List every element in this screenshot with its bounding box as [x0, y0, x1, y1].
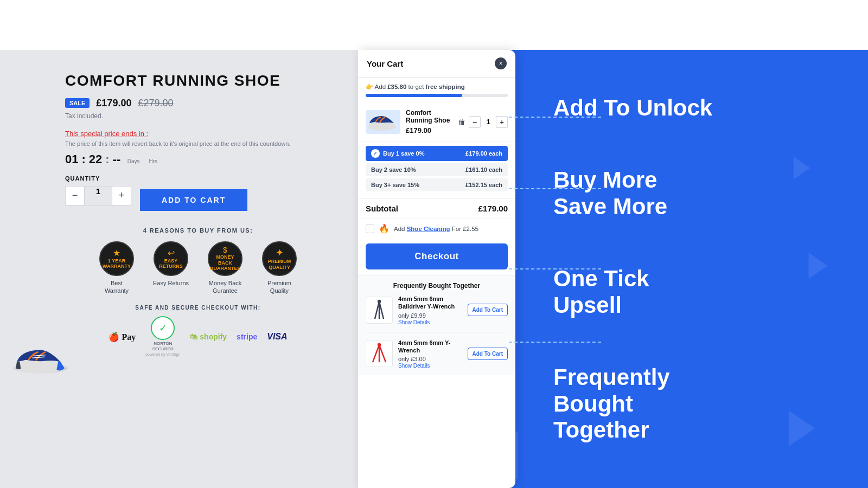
subtotal-value: £179.00 — [478, 204, 508, 213]
fbt-item-2-add-button[interactable]: Add To Cart — [468, 348, 508, 360]
reasons-section: 4 REASONS TO BUY FROM US: ★ 1 YEARWARRAN… — [65, 227, 331, 295]
cart-item-qty-value: 1 — [484, 118, 493, 126]
tier-2-label: Buy 2 save 10% — [371, 166, 416, 173]
tier-3-price: £152.15 each — [465, 182, 502, 188]
upsell-fire-icon: 🔥 — [379, 223, 390, 234]
cart-item-image — [366, 110, 400, 134]
qty-plus-button[interactable]: + — [112, 186, 131, 206]
upsell-text-pre: Add — [394, 226, 407, 232]
secure-title: SAFE AND SECURE CHECKOUT WITH: — [65, 305, 331, 311]
cart-item: Comfort Running Shoe £179.00 🗑 − 1 + — [358, 102, 515, 142]
original-price: £279.00 — [138, 98, 173, 109]
reasons-title: 4 REASONS TO BUY FROM US: — [65, 227, 331, 234]
cart-item-qty-plus[interactable]: + — [496, 116, 508, 128]
reason-warranty-circle: ★ 1 YEARWARRANTY — [99, 241, 134, 276]
header-bar — [0, 0, 868, 50]
cart-item-price: £179.00 — [406, 126, 452, 134]
timer-colon: : — [81, 152, 85, 166]
upsell-row: 🔥 Add Shoe Cleaning For £2.55 — [358, 219, 515, 238]
fbt-item-1-image — [366, 297, 393, 324]
reason-returns-circle: ↩ EASYRETURNS — [154, 241, 188, 276]
checkout-button[interactable]: Checkout — [366, 243, 508, 269]
sale-badge: SALE — [65, 98, 90, 108]
tier-row-1[interactable]: ✓ Buy 1 save 0% £179.00 each — [366, 146, 508, 161]
svg-line-3 — [375, 301, 379, 319]
shipping-amount: £35.80 — [387, 84, 406, 90]
fbt-title: Frequently Bought Together — [366, 282, 508, 290]
cart-item-controls: 🗑 − 1 + — [458, 116, 508, 128]
shipping-progress-bar-bg — [366, 94, 508, 97]
special-price-link[interactable]: This special price ends in : — [65, 130, 331, 138]
shopify-logo: 🛍 shopify — [190, 332, 227, 341]
shipping-message: 👉 Add £35.80 to get free shipping — [366, 83, 508, 91]
cart-title: Your Cart — [367, 59, 403, 68]
timer-days-label: Days — [127, 158, 140, 164]
annotation-one-tick: One TickUpsell — [553, 266, 835, 318]
annotation-fbt: FrequentlyBoughtTogether — [553, 364, 835, 443]
timer-minutes: 22 — [89, 152, 102, 166]
upsell-item-link[interactable]: Shoe Cleaning — [407, 226, 450, 232]
tier-row-2[interactable]: Buy 2 save 10% £161.10 each — [366, 163, 508, 176]
fbt-item-2-link[interactable]: Show Details — [398, 363, 430, 369]
norton-text: NORTONSECUREDpowered by VeriSign — [145, 341, 180, 358]
reason-money-back-label: Money BackGurantee — [209, 279, 242, 295]
payment-logos: 🍎 Pay ✓ NORTONSECUREDpowered by VeriSign… — [65, 316, 331, 358]
cart-close-button[interactable]: × — [495, 57, 507, 69]
shoe-image — [11, 339, 71, 380]
connector-3 — [509, 268, 601, 269]
fbt-item-1-name: 4mm 5mm 6mm Balldriver Y-Wrench — [398, 295, 462, 311]
buy-more-section: ✓ Buy 1 save 0% £179.00 each Buy 2 save … — [358, 142, 515, 198]
reason-warranty-label: BestWarranty — [105, 279, 129, 295]
svg-line-7 — [373, 345, 379, 362]
cart-item-qty-minus[interactable]: − — [469, 116, 481, 128]
visa-logo: VISA — [267, 332, 287, 342]
quantity-control: − 1 + — [65, 186, 131, 206]
qty-label: QUANTITY — [65, 175, 331, 182]
svg-line-8 — [379, 345, 386, 362]
upsell-checkbox[interactable] — [366, 224, 374, 233]
stripe-logo: stripe — [237, 332, 257, 341]
fbt-item-2-image — [366, 340, 393, 367]
norton-check-icon: ✓ — [159, 322, 167, 334]
connector-1 — [509, 117, 601, 118]
norton-badge: ✓ NORTONSECUREDpowered by VeriSign — [145, 316, 180, 358]
cart-item-delete-button[interactable]: 🗑 — [458, 118, 465, 126]
reason-quality: ✦ PREMIUMQUALITY PremiumQuality — [258, 241, 301, 295]
apple-pay-logo: 🍎 Pay — [108, 332, 136, 342]
fbt-item-1-add-button[interactable]: Add To Cart — [468, 304, 508, 316]
reason-returns: ↩ EASYRETURNS Easy Returns — [149, 241, 193, 295]
fbt-item-2-details: 4mm 5mm 6mm Y-Wrench only £3.00 Show Det… — [398, 339, 462, 369]
tier-row-3[interactable]: Buy 3+ save 15% £152.15 each — [366, 178, 508, 191]
fbt-item-1-details: 4mm 5mm 6mm Balldriver Y-Wrench only £9.… — [398, 295, 462, 325]
timer-hrs-label: Hrs — [149, 158, 157, 164]
fbt-item-1-link[interactable]: Show Details — [398, 319, 430, 325]
product-page: COMFORT RUNNING SHOE SALE £179.00 £279.0… — [0, 50, 358, 488]
reasons-icons: ★ 1 YEARWARRANTY BestWarranty ↩ EASYRETU… — [65, 241, 331, 295]
fbt-item-2-name: 4mm 5mm 6mm Y-Wrench — [398, 339, 462, 355]
tier-3-label: Buy 3+ save 15% — [371, 182, 419, 188]
timer-seconds: -- — [113, 152, 121, 166]
subtotal-label: Subtotal — [366, 204, 398, 213]
shipping-msg-prefix: 👉 Add — [366, 84, 387, 90]
upsell-text: Add Shoe Cleaning For £2.55 — [394, 226, 478, 232]
countdown-timer: 01 : 22 : -- Days Hrs — [65, 152, 331, 166]
reason-money-back: $ MONEY BACKGUARANTEE Money BackGurantee — [203, 241, 247, 295]
product-title: COMFORT RUNNING SHOE — [65, 72, 331, 90]
qty-minus-button[interactable]: − — [65, 186, 85, 206]
price-row: SALE £179.00 £279.00 — [65, 98, 331, 109]
countdown-description: The price of this item will revert back … — [65, 140, 331, 148]
subtotal-row: Subtotal £179.00 — [358, 198, 515, 219]
cart-panel: Your Cart × 👉 Add £35.80 to get free shi… — [358, 50, 515, 488]
countdown-section: This special price ends in : The price o… — [65, 130, 331, 166]
connector-2 — [509, 188, 601, 189]
tier-1-label: Buy 1 save 0% — [383, 150, 424, 157]
cart-header: Your Cart × — [358, 50, 515, 78]
reason-warranty: ★ 1 YEARWARRANTY BestWarranty — [95, 241, 138, 295]
add-to-cart-button[interactable]: ADD TO CART — [140, 189, 247, 211]
svg-line-4 — [379, 301, 384, 319]
timer-hours: 01 — [65, 152, 78, 166]
shipping-free: free shipping — [426, 84, 465, 90]
timer-colon2: : — [105, 152, 109, 166]
fbt-section: Frequently Bought Together 4mm 5mm 6mm B… — [358, 275, 515, 375]
tier-1-check-icon: ✓ — [371, 149, 380, 158]
